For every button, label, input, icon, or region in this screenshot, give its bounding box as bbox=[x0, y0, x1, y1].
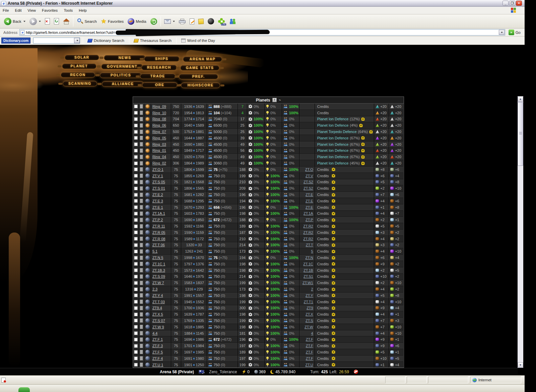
planet-icon[interactable] bbox=[145, 199, 150, 203]
maximize-button[interactable]: ❐ bbox=[509, 1, 515, 6]
row-checkbox[interactable] bbox=[134, 363, 138, 367]
planet-link[interactable]: ZT.E 2 bbox=[152, 193, 163, 197]
notes-icon[interactable] bbox=[140, 237, 143, 241]
start-button-fragment[interactable] bbox=[18, 387, 30, 392]
planet-icon[interactable] bbox=[145, 331, 150, 335]
row-checkbox[interactable] bbox=[134, 350, 138, 354]
planet-link[interactable]: ZT.Y 4 bbox=[152, 293, 163, 298]
scroll-down-button[interactable]: ▼ bbox=[518, 362, 523, 368]
planet-icon[interactable] bbox=[145, 300, 150, 304]
planet-icon[interactable] bbox=[145, 344, 150, 348]
production-gear-icon[interactable] bbox=[332, 344, 335, 348]
production-gear-icon[interactable] bbox=[332, 287, 335, 291]
planet-icon[interactable] bbox=[145, 318, 150, 323]
nav-ore[interactable]: ORE bbox=[142, 82, 178, 88]
notes-toolbar-button[interactable] bbox=[196, 16, 206, 27]
production-gear-icon[interactable] bbox=[332, 224, 335, 228]
planet-icon[interactable] bbox=[145, 306, 150, 310]
planet-icon[interactable] bbox=[145, 350, 150, 354]
planet-link[interactable]: ZT.S 01 bbox=[152, 186, 165, 190]
production-gear-icon[interactable] bbox=[332, 281, 335, 285]
notes-icon[interactable] bbox=[140, 318, 143, 323]
notes-icon[interactable] bbox=[140, 130, 143, 134]
planet-icon[interactable] bbox=[145, 148, 150, 153]
production-gear-icon[interactable] bbox=[332, 350, 335, 354]
nav-scanning[interactable]: SCANNING bbox=[63, 81, 97, 86]
notes-icon[interactable] bbox=[140, 180, 143, 184]
home-button[interactable] bbox=[61, 16, 72, 27]
planet-icon[interactable] bbox=[145, 123, 150, 128]
notes-icon[interactable] bbox=[140, 174, 143, 178]
planet-icon[interactable] bbox=[145, 211, 150, 216]
row-checkbox[interactable] bbox=[134, 313, 138, 316]
row-checkbox[interactable] bbox=[134, 237, 138, 241]
planet-link[interactable]: Ring_10 bbox=[152, 111, 166, 115]
dictionary-combo-dropdown[interactable] bbox=[74, 38, 80, 43]
row-checkbox[interactable] bbox=[134, 199, 138, 203]
production-gear-icon[interactable] bbox=[361, 149, 365, 152]
row-checkbox[interactable] bbox=[134, 161, 138, 165]
notes-icon[interactable] bbox=[140, 312, 143, 317]
messenger-button[interactable] bbox=[227, 16, 238, 27]
planet-icon[interactable] bbox=[145, 142, 150, 146]
production-gear-icon[interactable] bbox=[361, 117, 365, 121]
row-checkbox[interactable] bbox=[134, 300, 138, 304]
production-gear-icon[interactable] bbox=[332, 275, 335, 278]
dictionary-search-input[interactable] bbox=[33, 38, 80, 44]
planet-link[interactable]: ZT.W 9 bbox=[152, 325, 164, 329]
planet-icon[interactable] bbox=[145, 268, 150, 272]
group-link[interactable]: ZT.T1 bbox=[304, 300, 313, 304]
messenger-sphere-button[interactable] bbox=[206, 16, 216, 27]
production-gear-icon[interactable] bbox=[332, 187, 335, 190]
planet-link[interactable]: ZT9.4 bbox=[152, 306, 162, 310]
row-checkbox[interactable] bbox=[134, 262, 138, 266]
row-checkbox[interactable] bbox=[134, 268, 138, 272]
edit-button[interactable] bbox=[188, 16, 196, 27]
row-checkbox[interactable] bbox=[134, 180, 138, 184]
group-link[interactable]: ZT.E bbox=[306, 205, 313, 209]
group-link[interactable]: ZT.Y bbox=[306, 293, 313, 298]
planet-link[interactable]: ZT.F 3 bbox=[152, 344, 163, 348]
group-link[interactable]: ZT.S2 bbox=[304, 180, 313, 184]
nav-alliance[interactable]: ALLIANCE bbox=[102, 81, 144, 87]
group-link[interactable]: ZT.R2 bbox=[303, 231, 313, 235]
production-gear-icon[interactable] bbox=[332, 356, 335, 360]
planet-link[interactable]: 4.4 bbox=[152, 331, 157, 335]
planet-icon[interactable] bbox=[145, 224, 150, 228]
production-gear-icon[interactable] bbox=[369, 130, 373, 134]
nav-government[interactable]: GOVERNMENT bbox=[101, 64, 143, 69]
planet-icon[interactable] bbox=[145, 205, 150, 209]
row-checkbox[interactable] bbox=[134, 344, 138, 348]
notes-icon[interactable] bbox=[140, 117, 143, 121]
group-link[interactable]: ZT.V bbox=[306, 174, 313, 178]
stop-button[interactable]: × bbox=[43, 16, 52, 27]
planet-icon[interactable] bbox=[145, 136, 150, 140]
scrollbar[interactable]: ▲ ▼ bbox=[518, 96, 523, 368]
minimize-button[interactable]: _ bbox=[503, 1, 509, 6]
notes-icon[interactable] bbox=[140, 350, 143, 354]
group-link[interactable]: ZT.W1 bbox=[303, 281, 313, 285]
planet-icon[interactable] bbox=[145, 363, 150, 367]
production-gear-icon[interactable] bbox=[332, 199, 335, 203]
planet-icon[interactable] bbox=[145, 337, 150, 342]
planet-link[interactable]: ZT.1B.3 bbox=[152, 268, 165, 272]
planet-icon[interactable] bbox=[145, 155, 150, 159]
production-gear-icon[interactable] bbox=[332, 262, 335, 266]
notes-icon[interactable] bbox=[140, 193, 143, 197]
planet-icon[interactable] bbox=[145, 230, 150, 235]
planet-icon[interactable] bbox=[145, 104, 150, 109]
notes-icon[interactable] bbox=[140, 123, 143, 128]
production-gear-icon[interactable] bbox=[332, 325, 335, 329]
planet-link[interactable]: ZT.X 5 bbox=[152, 312, 163, 316]
group-link[interactable]: ZT.S bbox=[306, 319, 313, 323]
production-gear-icon[interactable] bbox=[332, 237, 335, 241]
production-gear-icon[interactable] bbox=[332, 180, 335, 184]
planet-icon[interactable] bbox=[145, 117, 150, 121]
nav-arena-map[interactable]: ARENA MAP bbox=[183, 56, 222, 62]
notes-icon[interactable] bbox=[140, 274, 143, 279]
thesaurus-search-button[interactable]: Thesaurus Search bbox=[132, 39, 174, 43]
group-link[interactable]: ZT.E bbox=[306, 193, 313, 197]
row-checkbox[interactable] bbox=[134, 243, 138, 247]
notes-icon[interactable] bbox=[140, 300, 143, 304]
planet-icon[interactable] bbox=[145, 274, 150, 279]
